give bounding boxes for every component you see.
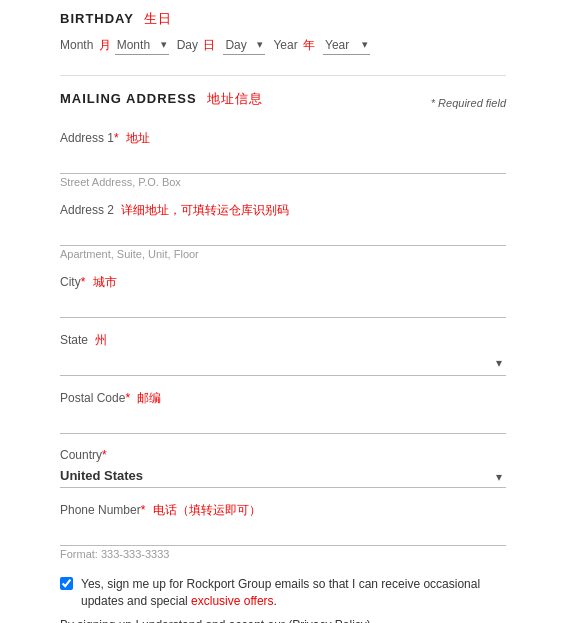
policy-row: By signing up I understand and accept ou… xyxy=(60,618,506,623)
day-label: Day 日 xyxy=(177,37,216,54)
year-select[interactable]: Year 200520001995 199019851980 197519701… xyxy=(323,36,370,55)
postal-group: Postal Code* 邮编 xyxy=(60,390,506,434)
state-select-wrap: ALAKAZAR CACOCTDE FLGAHIID ILINIAKS KYLA… xyxy=(60,352,506,376)
signup-checkbox-text: Yes, sign me up for Rockport Group email… xyxy=(81,576,506,610)
city-input[interactable] xyxy=(60,294,506,318)
address1-group: Address 1* 地址 Street Address, P.O. Box xyxy=(60,130,506,188)
mailing-header: MAILING ADDRESS 地址信息 * Required field xyxy=(60,90,506,116)
privacy-policy-link[interactable]: Privacy Policy xyxy=(292,618,367,623)
address1-hint: Street Address, P.O. Box xyxy=(60,176,506,188)
address1-label: Address 1* 地址 xyxy=(60,130,506,147)
day-select-wrap: Day 01020304 05060708 09101520 253031 xyxy=(223,36,265,55)
year-select-wrap: Year 200520001995 199019851980 197519701… xyxy=(323,36,370,55)
phone-format: Format: 333-333-3333 xyxy=(60,548,506,560)
address2-input[interactable] xyxy=(60,222,506,246)
phone-input[interactable] xyxy=(60,522,506,546)
required-note: * Required field xyxy=(431,97,506,109)
birthday-section-title: BIRTHDAY 生日 xyxy=(60,10,506,28)
month-select[interactable]: Month 010203 040506 070809 101112 xyxy=(115,36,169,55)
country-select[interactable]: United States Canada United Kingdom Aust… xyxy=(60,464,506,487)
country-group: Country* United States Canada United Kin… xyxy=(60,448,506,488)
postal-label: Postal Code* 邮编 xyxy=(60,390,506,407)
address1-input[interactable] xyxy=(60,150,506,174)
signup-checkbox[interactable] xyxy=(60,577,73,590)
state-label: State 州 xyxy=(60,332,506,349)
address2-label: Address 2 详细地址，可填转运仓库识别码 xyxy=(60,202,506,219)
birthday-row: Month 月 Month 010203 040506 070809 10111… xyxy=(60,36,506,55)
country-select-wrap: United States Canada United Kingdom Aust… xyxy=(60,464,506,488)
postal-input[interactable] xyxy=(60,410,506,434)
city-label: City* 城市 xyxy=(60,274,506,291)
phone-label: Phone Number* 电话（填转运即可） xyxy=(60,502,506,519)
year-label: Year 年 xyxy=(273,37,315,54)
signup-checkbox-row: Yes, sign me up for Rockport Group email… xyxy=(60,576,506,610)
phone-group: Phone Number* 电话（填转运即可） Format: 333-333-… xyxy=(60,502,506,560)
address2-hint: Apartment, Suite, Unit, Floor xyxy=(60,248,506,260)
day-select[interactable]: Day 01020304 05060708 09101520 253031 xyxy=(223,36,265,55)
state-group: State 州 ALAKAZAR CACOCTDE FLGAHIID ILINI… xyxy=(60,332,506,376)
city-group: City* 城市 xyxy=(60,274,506,318)
divider xyxy=(60,75,506,76)
month-select-wrap: Month 010203 040506 070809 101112 xyxy=(115,36,169,55)
state-select[interactable]: ALAKAZAR CACOCTDE FLGAHIID ILINIAKS KYLA… xyxy=(60,352,506,375)
mailing-section-title: MAILING ADDRESS 地址信息 xyxy=(60,90,263,108)
month-label: Month 月 xyxy=(60,37,111,54)
address2-group: Address 2 详细地址，可填转运仓库识别码 Apartment, Suit… xyxy=(60,202,506,260)
country-label: Country* xyxy=(60,448,506,462)
